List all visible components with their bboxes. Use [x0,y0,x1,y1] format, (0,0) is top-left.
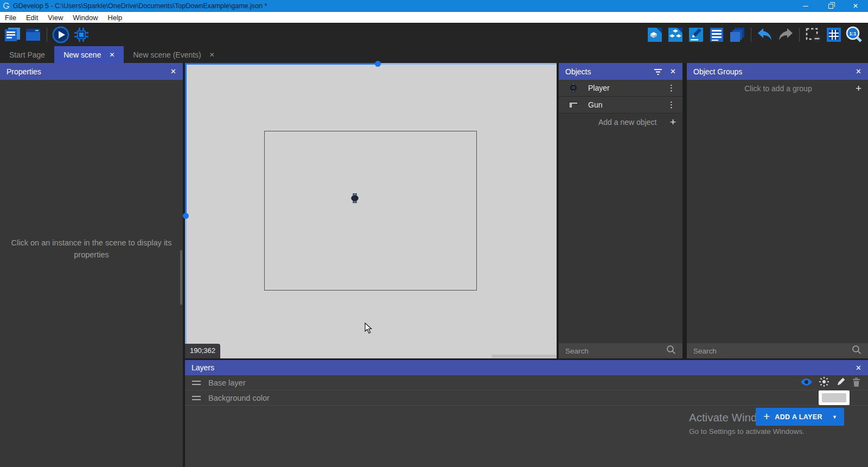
object-groups-panel: Object Groups ✕ Click to add a group + [687,63,868,358]
panel-title: Layers [192,363,848,372]
properties-empty-message: Click on an instance in the scene to dis… [10,237,173,260]
search-icon [852,345,861,357]
groups-search-bar [687,343,868,358]
redo-button[interactable] [775,24,796,45]
groups-list-empty-area [687,97,868,343]
open-layers-panel-button[interactable] [727,24,748,45]
toolbar-left-group [0,24,92,45]
chevron-down-icon[interactable]: ▼ [832,414,844,420]
show-object-groups-button[interactable] [665,24,686,45]
tab-close-icon[interactable]: ✕ [109,51,114,59]
objects-search-bar [559,343,682,358]
layers-panel-header: Layers ✕ [185,360,868,375]
menu-view[interactable]: View [43,12,68,23]
watermark-line2: Go to Settings to activate Windows. [689,427,805,436]
tab-label: New scene [63,51,101,59]
add-layer-button[interactable]: + ADD A LAYER ▼ [756,408,844,426]
edit-scene-properties-button[interactable] [686,24,706,45]
close-panel-icon[interactable]: ✕ [670,67,676,75]
color-swatch-value [822,393,846,402]
menu-window[interactable]: Window [68,12,103,23]
instances-list-icon [708,26,725,43]
player-instance-sprite[interactable] [351,193,359,203]
menu-bar: File Edit View Window Help [0,12,868,23]
panel-split-line-left [185,63,187,358]
project-manager-button[interactable] [2,24,23,45]
scene-editor-canvas[interactable]: 190;362 [185,63,557,358]
project-manager-icon [4,26,21,43]
properties-panel: Properties ✕ Click on an instance in the… [0,63,183,467]
preview-window-button[interactable] [23,24,43,45]
object-menu-icon[interactable]: ⋮ [667,83,682,93]
editor-tab-bar: Start Page New scene ✕ New scene (Events… [0,46,868,63]
grid-icon [825,26,843,43]
drag-handle-icon[interactable] [192,396,201,400]
visibility-eye-icon[interactable] [800,377,813,388]
undo-icon [756,26,774,43]
properties-panel-body: Click on an instance in the scene to dis… [0,80,183,467]
scrollbar-thumb[interactable] [180,250,182,305]
menu-edit[interactable]: Edit [21,12,43,23]
minimize-icon [803,6,808,7]
toggle-grid-button[interactable] [824,24,844,45]
background-color-swatch[interactable] [819,390,850,405]
debugger-chip-icon [72,26,91,44]
objects-search-input[interactable] [565,347,666,355]
close-panel-icon[interactable]: ✕ [856,67,861,75]
zoom-reset-button[interactable]: 1:1 [844,24,865,45]
add-group-label: Click to add a group [687,84,856,93]
restore-button[interactable] [818,0,843,12]
deselect-icon [804,26,822,44]
add-group-button[interactable]: Click to add a group + [687,80,868,97]
split-drag-handle[interactable] [375,61,381,67]
layer-row-background-color[interactable]: Background color [185,390,868,406]
undo-button[interactable] [755,24,775,45]
panel-title: Properties [7,67,163,76]
panel-split-line-top [185,63,557,65]
layer-effects-icon[interactable] [819,376,829,389]
menu-help[interactable]: Help [103,12,127,23]
window-title: GDevelop 5 - C:\Users\Sparkle\OneDrive\D… [13,2,267,10]
close-panel-icon[interactable]: ✕ [170,67,176,75]
groups-search-input[interactable] [693,347,852,355]
layer-row-base[interactable]: Base layer [185,375,868,390]
menu-file[interactable]: File [0,12,21,23]
gdevelop-logo-icon [3,3,10,10]
tab-close-icon[interactable]: ✕ [209,51,215,59]
drag-handle-icon[interactable] [192,381,201,385]
objects-panel: Objects ✕ Player ⋮ Gun ⋮ Add a new objec… [559,63,682,358]
add-new-object-button[interactable]: Add a new object + [559,113,682,130]
tab-start-page[interactable]: Start Page [0,46,54,63]
object-name: Player [588,84,610,92]
object-row-gun[interactable]: Gun ⋮ [559,97,682,113]
play-preview-button[interactable] [50,24,71,45]
layer-actions [800,376,868,389]
object-menu-icon[interactable]: ⋮ [667,100,682,110]
open-instances-list-button[interactable] [706,24,727,45]
close-panel-icon[interactable]: ✕ [856,364,861,372]
delete-layer-trash-icon[interactable] [852,377,861,389]
tab-new-scene[interactable]: New scene ✕ [54,46,124,63]
object-name: Gun [588,100,602,109]
toolbar-separator [751,28,751,42]
tab-new-scene-events[interactable]: New scene (Events) ✕ [124,46,224,63]
plus-icon: + [856,83,868,94]
toolbar-separator [799,28,800,42]
debug-button[interactable] [71,24,92,45]
show-objects-panel-button[interactable] [644,24,665,45]
close-button[interactable]: ✕ [843,0,868,12]
player-object-icon [559,84,588,92]
preview-window-icon [24,26,42,43]
object-row-player[interactable]: Player ⋮ [559,80,682,97]
split-drag-handle[interactable] [183,213,189,219]
minimize-button[interactable] [793,0,818,12]
plus-icon: + [670,116,682,128]
mouse-cursor-icon [365,323,372,336]
edit-layer-pencil-icon[interactable] [835,377,846,389]
object-groups-panel-header: Object Groups ✕ [687,63,868,80]
redo-icon [777,26,794,43]
filter-icon[interactable] [654,68,662,75]
toolbar-right-group: 1:1 [644,24,868,45]
horizontal-scrollbar[interactable] [492,355,557,358]
clear-selection-button[interactable] [803,24,824,45]
